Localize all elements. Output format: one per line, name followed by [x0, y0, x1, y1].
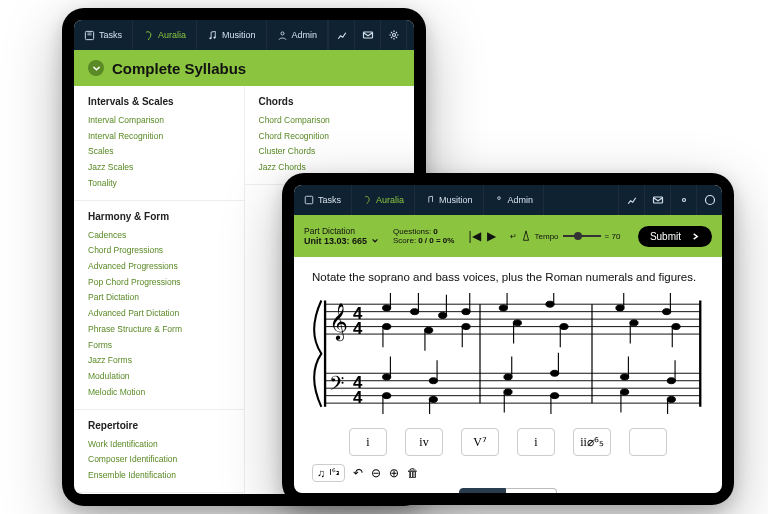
svg-point-82	[621, 389, 629, 395]
svg-text:4: 4	[353, 319, 363, 338]
syllabus-link[interactable]: Interval Recognition	[88, 129, 230, 145]
svg-point-1	[209, 37, 211, 39]
nav-auralia-b[interactable]: Auralia	[352, 185, 415, 215]
notes-icon[interactable]: ♫	[317, 467, 325, 479]
mail-icon-b[interactable]	[644, 185, 670, 215]
chord-slot[interactable]: iv	[405, 428, 443, 456]
svg-point-62	[383, 374, 391, 380]
svg-point-2	[213, 36, 215, 38]
nav-tasks[interactable]: Tasks	[74, 20, 133, 50]
syllabus-link[interactable]: Ensemble Identification	[88, 468, 230, 484]
svg-point-50	[425, 327, 433, 333]
svg-point-66	[504, 374, 512, 380]
note-icon	[207, 30, 218, 41]
play-button[interactable]: ▶	[487, 229, 496, 243]
syllabus-link[interactable]: Chord Recognition	[259, 129, 401, 145]
svg-point-58	[630, 320, 638, 326]
svg-point-5	[392, 34, 395, 37]
mode-figures[interactable]: Figures	[506, 488, 557, 493]
help-icon-b[interactable]	[696, 185, 722, 215]
syllabus-link[interactable]: Phrase Structure & Form	[88, 322, 230, 338]
svg-point-52	[462, 324, 470, 330]
nav-musition-label: Musition	[222, 30, 256, 40]
syllabus-link[interactable]: Melodic Motion	[88, 385, 230, 401]
note-palette[interactable]: ♫ I⁶₃	[312, 464, 345, 482]
undo-button[interactable]: ↶	[353, 466, 363, 480]
syllabus-link[interactable]: Chord Progressions	[88, 243, 230, 259]
syllabus-link[interactable]: Cluster Chords	[259, 144, 401, 160]
svg-point-56	[560, 324, 568, 330]
zoom-out-button[interactable]: ⊖	[371, 466, 381, 480]
svg-point-40	[499, 305, 507, 311]
syllabus-link[interactable]: Pop Chord Progressions	[88, 275, 230, 291]
svg-point-80	[551, 393, 559, 399]
syllabus-link[interactable]: Part Dictation	[88, 290, 230, 306]
nav-musition-b[interactable]: Musition	[415, 185, 484, 215]
chord-slot-empty[interactable]	[629, 428, 667, 456]
nav-auralia[interactable]: Auralia	[133, 20, 197, 50]
svg-point-78	[504, 389, 512, 395]
chord-slot[interactable]: i	[349, 428, 387, 456]
syllabus-link[interactable]: Jazz Scales	[88, 160, 230, 176]
ear-icon	[362, 195, 372, 205]
mail-icon[interactable]	[354, 20, 380, 50]
chord-slot[interactable]: i	[517, 428, 555, 456]
exercise-topic: Part Dictation	[304, 226, 379, 236]
syllabus-link[interactable]: Advanced Progressions	[88, 259, 230, 275]
nav-admin[interactable]: Admin	[267, 20, 329, 50]
repeat-toggle[interactable]: ↵	[510, 232, 517, 241]
figured-bass-icon[interactable]: I⁶₃	[329, 467, 340, 479]
rewind-button[interactable]: |◀	[468, 229, 480, 243]
syllabus-link[interactable]: Composer Identification	[88, 452, 230, 468]
svg-point-76	[429, 396, 437, 402]
svg-point-54	[513, 320, 521, 326]
tempo-slider[interactable]	[563, 235, 601, 237]
svg-text:𝄞: 𝄞	[329, 303, 348, 342]
unit-selector[interactable]: Unit 13.03: 665	[304, 236, 379, 247]
metronome-icon	[521, 230, 531, 242]
nav-musition[interactable]: Musition	[197, 20, 267, 50]
score-value: 0 / 0 = 0%	[418, 236, 454, 245]
svg-point-84	[667, 396, 675, 402]
ear-icon	[143, 30, 154, 41]
syllabus-link[interactable]: Scales	[88, 144, 230, 160]
svg-point-3	[281, 31, 284, 34]
chevron-right-icon	[691, 232, 700, 241]
svg-point-64	[429, 378, 437, 384]
syllabus-link[interactable]: Interval Comparison	[88, 113, 230, 129]
svg-point-74	[383, 393, 391, 399]
svg-point-8	[497, 197, 500, 200]
syllabus-link[interactable]: Work Identification	[88, 437, 230, 453]
svg-rect-0	[85, 31, 93, 39]
chevron-down-icon	[92, 64, 101, 73]
tempo-value: = 70	[605, 232, 621, 241]
syllabus-link[interactable]: Forms	[88, 338, 230, 354]
submit-label: Submit	[650, 231, 681, 242]
zoom-in-button[interactable]: ⊕	[389, 466, 399, 480]
syllabus-link[interactable]: Chord Comparison	[259, 113, 401, 129]
admin-icon	[494, 195, 504, 205]
syllabus-link[interactable]: Advanced Part Dictation	[88, 306, 230, 322]
syllabus-link[interactable]: Modulation	[88, 369, 230, 385]
settings-icon-b[interactable]	[670, 185, 696, 215]
svg-rect-4	[363, 32, 372, 38]
chord-slot[interactable]: V⁷	[461, 428, 499, 456]
mode-chord[interactable]: Chord	[459, 488, 506, 493]
tasks-icon	[304, 195, 314, 205]
syllabus-link[interactable]: Cadences	[88, 228, 230, 244]
nav-admin-b[interactable]: Admin	[484, 185, 545, 215]
nav-tasks-b[interactable]: Tasks	[294, 185, 352, 215]
submit-button[interactable]: Submit	[638, 226, 712, 247]
chart-icon[interactable]	[328, 20, 354, 50]
help-icon[interactable]	[406, 20, 414, 50]
chart-icon-b[interactable]	[618, 185, 644, 215]
score-editor[interactable]: 𝄞 𝄢 4 4 4 4	[312, 293, 704, 418]
chord-slot[interactable]: ii⌀⁶₅	[573, 428, 611, 456]
settings-icon[interactable]	[380, 20, 406, 50]
nav-tasks-label: Tasks	[99, 30, 122, 40]
syllabus-link[interactable]: Jazz Forms	[88, 353, 230, 369]
delete-button[interactable]: 🗑	[407, 466, 419, 480]
collapse-toggle[interactable]	[88, 60, 104, 76]
svg-point-44	[616, 305, 624, 311]
syllabus-link[interactable]: Tonality	[88, 176, 230, 192]
